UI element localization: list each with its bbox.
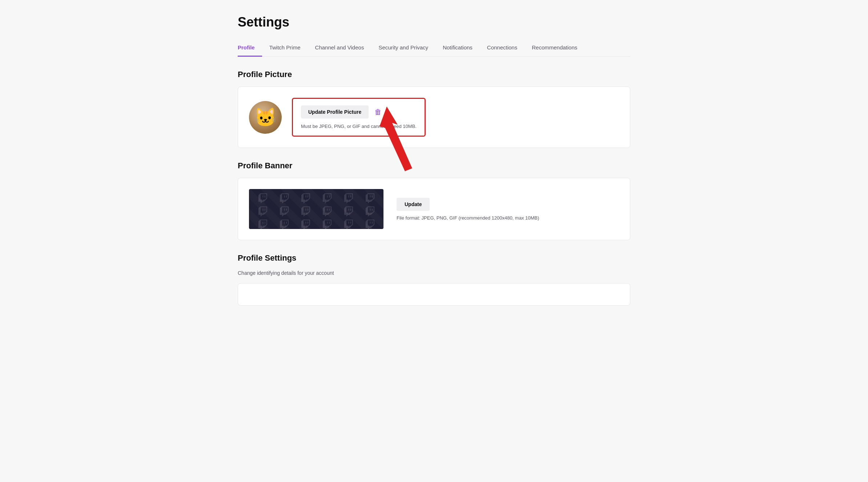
- tab-notifications[interactable]: Notifications: [435, 40, 480, 57]
- profile-banner-section: Profile Banner: [238, 161, 630, 240]
- settings-page: Settings Profile Twitch Prime Channel an…: [216, 0, 652, 333]
- tab-channel-videos[interactable]: Channel and Videos: [308, 40, 371, 57]
- tab-connections[interactable]: Connections: [480, 40, 525, 57]
- profile-settings-title: Profile Settings: [238, 253, 630, 263]
- tab-security-privacy[interactable]: Security and Privacy: [371, 40, 435, 57]
- delete-picture-icon[interactable]: 🗑: [374, 108, 382, 116]
- page-title: Settings: [238, 15, 630, 30]
- profile-settings-subtitle: Change identifying details for your acco…: [238, 270, 630, 276]
- profile-picture-card: 🐱 Update Profile Picture 🗑 Must be JPEG,…: [238, 87, 630, 148]
- update-profile-picture-button[interactable]: Update Profile Picture: [301, 105, 369, 119]
- avatar: 🐱: [249, 101, 282, 134]
- tab-recommendations[interactable]: Recommendations: [525, 40, 584, 57]
- update-picture-actions: Update Profile Picture 🗑: [301, 105, 417, 119]
- update-banner-button[interactable]: Update: [397, 198, 430, 211]
- tab-profile[interactable]: Profile: [238, 40, 262, 57]
- profile-settings-section: Profile Settings Change identifying deta…: [238, 253, 630, 306]
- profile-picture-section: Profile Picture 🐱 Update Profile Picture…: [238, 70, 630, 148]
- banner-preview: [249, 189, 383, 229]
- profile-banner-card: Update File format: JPEG, PNG, GIF (reco…: [238, 178, 630, 240]
- banner-actions: Update File format: JPEG, PNG, GIF (reco…: [397, 198, 539, 221]
- settings-tabs: Profile Twitch Prime Channel and Videos …: [238, 40, 630, 57]
- profile-banner-title: Profile Banner: [238, 161, 630, 170]
- tab-twitch-prime[interactable]: Twitch Prime: [262, 40, 308, 57]
- banner-hint: File format: JPEG, PNG, GIF (recommended…: [397, 215, 539, 221]
- profile-picture-hint: Must be JPEG, PNG, or GIF and cannot exc…: [301, 124, 417, 129]
- update-picture-box: Update Profile Picture 🗑 Must be JPEG, P…: [292, 98, 426, 137]
- profile-picture-title: Profile Picture: [238, 70, 630, 79]
- profile-settings-card: [238, 283, 630, 306]
